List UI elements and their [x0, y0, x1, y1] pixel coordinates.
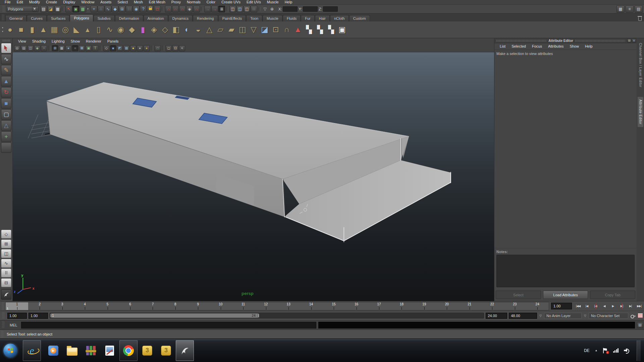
chevron-down-icon[interactable]: ▽ — [583, 314, 587, 317]
xray-active-icon[interactable]: ⊡ — [172, 45, 178, 51]
shelf-tab-animation[interactable]: Animation — [144, 15, 168, 21]
animation-preferences-icon[interactable] — [638, 313, 643, 318]
sculpt-mesh-icon[interactable]: ▮ — [138, 23, 149, 36]
new-scene-icon[interactable]: ▤ — [40, 6, 47, 12]
boolean-icon[interactable]: ◐ — [182, 23, 193, 36]
shelf-tab-general[interactable]: General — [5, 15, 26, 21]
shelf-tab-custom[interactable]: Custom — [349, 15, 370, 21]
range-handle-left[interactable] — [50, 314, 52, 317]
shelf-tab-fur[interactable]: Fur — [301, 15, 315, 21]
panel-menu-show[interactable]: Show — [68, 39, 83, 44]
mask-joints-icon[interactable]: ∴ — [98, 6, 104, 12]
poly-helix-icon[interactable]: ∿ — [104, 23, 115, 36]
save-scene-icon[interactable]: ▦ — [54, 6, 61, 12]
poly-pipe-icon[interactable]: ▯ — [93, 23, 104, 36]
fill-hole-icon[interactable]: ▰ — [226, 23, 237, 36]
layout-persp-outliner[interactable]: ◫ — [1, 249, 11, 258]
gate-mask-icon[interactable]: ○ — [72, 45, 78, 51]
menu-modify[interactable]: Modify — [26, 0, 43, 4]
layout-persp-graph[interactable]: ∿ — [1, 259, 11, 268]
select-hierarchy-icon[interactable]: ↖ — [65, 6, 72, 12]
command-line-label[interactable]: MEL — [8, 323, 19, 327]
ae-menu-focus[interactable]: Focus — [529, 44, 545, 49]
taskbar-maya[interactable] — [176, 340, 194, 361]
poly-sphere-icon[interactable]: ● — [5, 23, 16, 36]
frame-17[interactable]: 17 — [368, 302, 390, 310]
lasso-tool[interactable]: ∿ — [1, 54, 11, 64]
poly-cone-icon[interactable]: ▲ — [38, 23, 49, 36]
menu-create[interactable]: Create — [43, 0, 60, 4]
frame-14[interactable]: 14 — [300, 302, 322, 310]
make-live-icon[interactable]: ∩ — [193, 6, 200, 12]
safe-action-icon[interactable]: ▣ — [86, 45, 92, 51]
frame-24[interactable]: 24 — [526, 302, 548, 310]
command-result[interactable] — [318, 322, 635, 328]
layout-hypershade-persp[interactable]: ⠿ — [1, 268, 11, 278]
shelf-tab-subdivs[interactable]: Subdivs — [94, 15, 115, 21]
copy-tab-button[interactable]: Copy Tab — [590, 291, 635, 299]
menu-edit-mesh[interactable]: Edit Mesh — [146, 0, 168, 4]
action-center-flag-icon[interactable]: × — [603, 348, 608, 353]
select-object-icon[interactable]: ▣ — [72, 6, 79, 12]
layout-single-persp[interactable]: ◇ — [1, 230, 11, 239]
shelf-tab-deformation[interactable]: Deformation — [115, 15, 143, 21]
extract-icon[interactable]: ◧ — [171, 23, 182, 36]
paint-reduce-icon[interactable]: ◪ — [259, 23, 270, 36]
separate-icon[interactable]: ◇ — [160, 23, 171, 36]
snap-curve-icon[interactable]: ∩ — [172, 6, 179, 12]
script-editor-icon[interactable]: ▤ — [637, 322, 643, 328]
show-manipulator-tool[interactable]: + — [1, 131, 11, 142]
frame-2[interactable]: 2 — [28, 302, 51, 310]
shelf-tab-ncloth[interactable]: nCloth — [330, 15, 349, 21]
menu-proxy[interactable]: Proxy — [169, 0, 183, 4]
current-time-field[interactable]: 1.00 — [551, 303, 572, 309]
poly-cube-icon[interactable]: ■ — [16, 23, 27, 36]
wireframe-icon[interactable]: ◇ — [103, 45, 109, 51]
restore-panel-icon[interactable]: ⊡ — [627, 39, 631, 43]
frame-16[interactable]: 16 — [345, 302, 368, 310]
ae-menu-show[interactable]: Show — [567, 44, 582, 49]
animation-start-field[interactable]: 1.00 — [7, 313, 27, 319]
shelf-tab-surfaces[interactable]: Surfaces — [47, 15, 69, 21]
shelf-tab-rendering[interactable]: Rendering — [193, 15, 218, 21]
animation-end-field[interactable]: 48.00 — [509, 313, 537, 319]
frame-12[interactable]: 12 — [255, 302, 277, 310]
step-back-frame-button[interactable]: |◀ — [583, 303, 591, 309]
film-gate-icon[interactable]: ▦ — [59, 45, 65, 51]
frame-1[interactable]: 11 — [6, 302, 28, 310]
frame-22[interactable]: 22 — [481, 302, 503, 310]
smooth-icon[interactable]: ◒ — [193, 23, 204, 36]
uv-editor-icon[interactable]: ▣ — [337, 23, 348, 36]
resolution-gate-icon[interactable]: ● — [65, 45, 71, 51]
mask-curves-icon[interactable]: ∿ — [105, 6, 111, 12]
mask-surfaces-icon[interactable]: ◆ — [112, 6, 118, 12]
soft-modification-tool[interactable]: △ — [1, 120, 11, 131]
playback-end-field[interactable]: 24.00 — [486, 313, 507, 319]
notes-textarea[interactable] — [496, 255, 635, 287]
range-slider-grip[interactable] — [2, 312, 5, 319]
play-forwards-button[interactable]: ▶ — [609, 303, 617, 309]
mask-dynamics-icon[interactable]: ∷ — [126, 6, 132, 12]
cleanup-icon[interactable]: ◫ — [237, 23, 248, 36]
ambient-occlusion-icon[interactable]: ● — [144, 45, 150, 51]
frame-18[interactable]: 18 — [390, 302, 413, 310]
isolate-select-icon[interactable]: □ — [155, 45, 161, 51]
command-line-grip[interactable] — [2, 321, 5, 328]
auto-key-icon[interactable] — [630, 313, 636, 319]
frame-9[interactable]: 9 — [187, 302, 209, 310]
poly-torus-icon[interactable]: ◎ — [60, 23, 71, 36]
command-input[interactable] — [21, 322, 316, 328]
pan-zoom-icon[interactable]: + — [41, 45, 47, 51]
shelf-tab-toon[interactable]: Toon — [246, 15, 262, 21]
lock-selection-icon[interactable] — [147, 6, 154, 12]
range-bar[interactable]: 1 24 — [51, 313, 259, 318]
anim-layer-selector[interactable]: No Anim Layer — [544, 313, 582, 319]
frame-13[interactable]: 13 — [277, 302, 300, 310]
attribute-editor-toggle-icon[interactable]: ▤ — [635, 5, 643, 13]
frame-15[interactable]: 15 — [322, 302, 345, 310]
taskbar-file-explorer[interactable] — [63, 340, 81, 361]
frame-3[interactable]: 3 — [51, 302, 73, 310]
coord-x-input[interactable] — [283, 6, 298, 12]
shelf-tab-curves[interactable]: Curves — [27, 15, 47, 21]
poly-platonic-icon[interactable]: ◆ — [126, 23, 138, 36]
